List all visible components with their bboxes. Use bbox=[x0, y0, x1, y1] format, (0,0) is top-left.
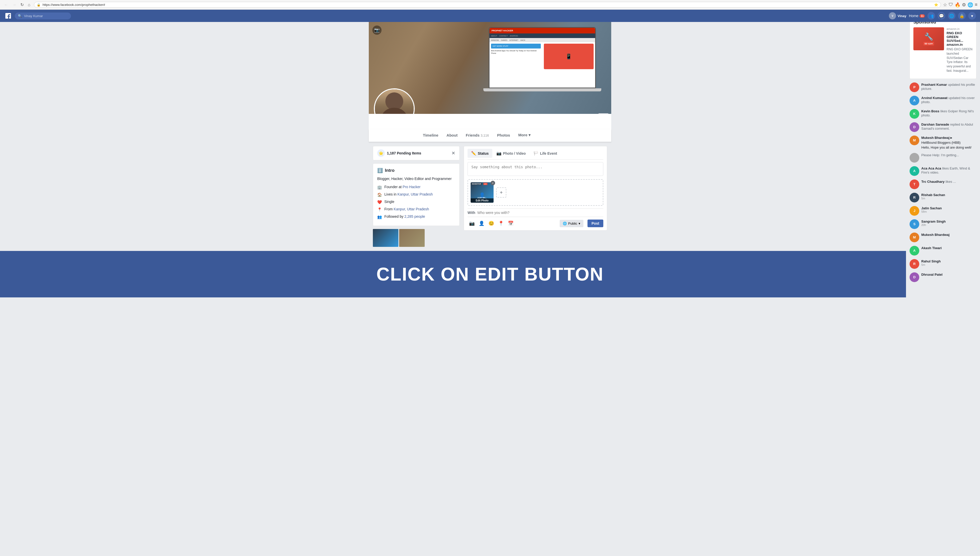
ad-title[interactable]: RNG EKO GREEN SUV/Sed... amazon.in bbox=[946, 31, 973, 47]
reload-button[interactable]: ↻ bbox=[19, 2, 25, 8]
tab-photos[interactable]: Photos bbox=[493, 129, 514, 142]
tab-friends[interactable]: Friends 3,116 bbox=[462, 129, 493, 142]
photo-preview-1[interactable] bbox=[373, 229, 399, 247]
composer-tab-event[interactable]: 🏳️ Life Event bbox=[530, 149, 561, 158]
avatar: K bbox=[909, 109, 919, 119]
extension-icon-1[interactable]: 🛡 bbox=[949, 2, 953, 7]
notifications-icon[interactable]: 🌐 bbox=[948, 12, 956, 19]
ad-image-content: 🔧 50 %OFF bbox=[914, 27, 944, 50]
location-button[interactable]: 📍 bbox=[497, 219, 505, 228]
search-icon: ⭐ bbox=[934, 3, 938, 6]
from-link[interactable]: Kanpur, Uttar Pradesh bbox=[394, 207, 429, 211]
update-info-button[interactable]: Update Info bbox=[526, 114, 552, 114]
profile-nav-bar: Timeline About Friends 3,116 Photos More… bbox=[369, 129, 611, 142]
dropdown-icon[interactable]: ▾ bbox=[968, 12, 976, 19]
tag-people-button[interactable]: 👤 bbox=[477, 219, 486, 228]
lock-icon: 🔒 bbox=[37, 3, 40, 6]
forward-button[interactable]: → bbox=[11, 2, 18, 8]
event-button[interactable]: 📅 bbox=[506, 219, 515, 228]
right-feed: ✏️ Status 📷 Photo / Video 🏳️ Life Event bbox=[464, 146, 607, 247]
more-options-button[interactable]: ••• bbox=[598, 113, 609, 114]
avatar: A bbox=[909, 166, 919, 176]
browser-nav-buttons: ← → ↻ ⌂ bbox=[3, 2, 32, 8]
pending-star-icon: ⭐ bbox=[377, 149, 385, 157]
messages-icon[interactable]: 💬 bbox=[938, 12, 945, 19]
news-time: 5m bbox=[921, 263, 977, 266]
news-name: Kevin Boss bbox=[921, 109, 940, 113]
pin-icon: 📍 bbox=[377, 207, 382, 212]
life-event-icon: 🏳️ bbox=[533, 151, 539, 156]
avatar: J bbox=[909, 206, 919, 216]
tab-more[interactable]: More ▾ bbox=[514, 129, 534, 142]
with-field: With bbox=[468, 208, 603, 217]
left-sidebar: ⭐ 1,187 Pending Items ✕ ℹ️ Intro Blogger… bbox=[373, 146, 460, 247]
composer-tab-photo[interactable]: 📷 Photo / Video bbox=[493, 149, 529, 158]
activity-log-button[interactable]: View Activity Log 10+ bbox=[554, 114, 596, 114]
menu-icon[interactable]: ≡ bbox=[975, 2, 977, 7]
intro-icon: ℹ️ bbox=[377, 168, 383, 173]
feeling-button[interactable]: 😊 bbox=[487, 219, 496, 228]
home-button[interactable]: ⌂ bbox=[26, 2, 32, 8]
list-item: T Trc Chaudhary likes ... bbox=[909, 179, 977, 189]
followers-link[interactable]: 2,285 people bbox=[405, 215, 425, 218]
extension-icon-4[interactable]: 🌐 bbox=[967, 2, 973, 8]
avatar: T bbox=[909, 179, 919, 189]
news-name: Prashant Kumar bbox=[921, 83, 947, 87]
avatar: D bbox=[909, 272, 919, 282]
banner-text: CLICK ON EDIT BUTTON bbox=[376, 264, 604, 284]
intro-detail-founder: 🏢 Founder at Pro Hacker bbox=[377, 184, 455, 190]
composer-tabs: ✏️ Status 📷 Photo / Video 🏳️ Life Event bbox=[468, 149, 603, 160]
list-item: A Akash Tiwari bbox=[909, 246, 977, 255]
friends-count: 3,116 bbox=[481, 134, 489, 137]
news-text: Aca Aca Aca likes Earth, Wind & Fire's v… bbox=[921, 166, 977, 175]
composer-text-input[interactable] bbox=[468, 162, 603, 176]
news-time: 20h bbox=[921, 223, 977, 226]
home-badge: 11 bbox=[920, 14, 925, 18]
bookmark-icon[interactable]: ☆ bbox=[943, 2, 947, 8]
pro-hacker-link[interactable]: Pro Hacker bbox=[403, 185, 421, 189]
content-area: ⭐ 1,187 Pending Items ✕ ℹ️ Intro Blogger… bbox=[369, 142, 611, 251]
cover-camera-icon[interactable]: 📷 bbox=[372, 26, 381, 35]
laptop-mockup: PROPHET HACKER ABOUT CONTACT ANDROID WIN… bbox=[489, 27, 596, 99]
back-button[interactable]: ← bbox=[3, 2, 10, 8]
add-photo-button[interactable]: 📷 bbox=[468, 219, 476, 228]
url-bar[interactable]: 🔒 https://www.facebook.com/prophethacker… bbox=[34, 2, 941, 8]
composer-tab-status[interactable]: ✏️ Status bbox=[468, 149, 492, 158]
tab-timeline[interactable]: Timeline bbox=[419, 129, 442, 142]
list-item: D Dhruval Patel bbox=[909, 272, 977, 282]
chevron-down-icon: ▾ bbox=[578, 221, 580, 225]
edit-photo-button[interactable]: Edit Photo bbox=[471, 198, 494, 203]
post-button[interactable]: Post bbox=[588, 220, 603, 227]
cover-photo-area: PROPHET HACKER ABOUT CONTACT ANDROID WIN… bbox=[369, 22, 611, 114]
tab-about[interactable]: About bbox=[442, 129, 462, 142]
home-link[interactable]: Home 11 bbox=[909, 14, 925, 18]
privacy-button[interactable]: 🌐 Public ▾ bbox=[560, 220, 583, 227]
search-bar[interactable]: 🔍 Vinay Kumar bbox=[15, 13, 71, 19]
list-item: P Prashant Kumar updated his profile pic… bbox=[909, 82, 977, 92]
pending-close-button[interactable]: ✕ bbox=[452, 150, 455, 156]
list-item: R Rahul Singh 5m bbox=[909, 259, 977, 269]
header-user[interactable]: V Vinay bbox=[889, 12, 906, 19]
add-more-photo-button[interactable]: + bbox=[496, 187, 506, 197]
privacy-icon[interactable]: 🔒 bbox=[958, 12, 966, 19]
pending-count: 1,187 Pending Items bbox=[387, 151, 421, 155]
news-name: Mukesh Bhardwaj bbox=[921, 233, 949, 237]
pending-label: Pending Items bbox=[397, 151, 421, 155]
list-item: A Arvind Kumawat updated his cover photo… bbox=[909, 96, 977, 105]
extension-icon-3[interactable]: ⚙ bbox=[962, 2, 966, 8]
sponsored-box: Sponsored 🔧 50 %OFF amazon.in RNG EKO GR… bbox=[909, 16, 977, 79]
ad-image: 🔧 50 %OFF bbox=[914, 27, 944, 50]
list-item: R Rishab Sachan 5m bbox=[909, 193, 977, 202]
news-text: Please Help: I'm getting... bbox=[921, 153, 977, 157]
with-label: With bbox=[468, 211, 475, 215]
with-input[interactable] bbox=[477, 211, 603, 215]
avatar: A bbox=[909, 96, 919, 105]
composer-bottom: 📷 👤 😊 📍 📅 🌐 Public ▾ bbox=[468, 217, 603, 228]
photo-preview-2[interactable] bbox=[399, 229, 425, 247]
news-action: likes ... bbox=[946, 180, 956, 184]
intro-box: ℹ️ Intro Blogger, Hacker, Video Editor a… bbox=[373, 163, 460, 226]
location-link[interactable]: Kanpur, Uttar Pradesh bbox=[397, 192, 433, 196]
extension-icon-2[interactable]: 🔥 bbox=[955, 2, 961, 8]
close-photo-button[interactable]: × bbox=[491, 181, 495, 185]
friends-icon[interactable]: 👥 bbox=[927, 12, 935, 19]
